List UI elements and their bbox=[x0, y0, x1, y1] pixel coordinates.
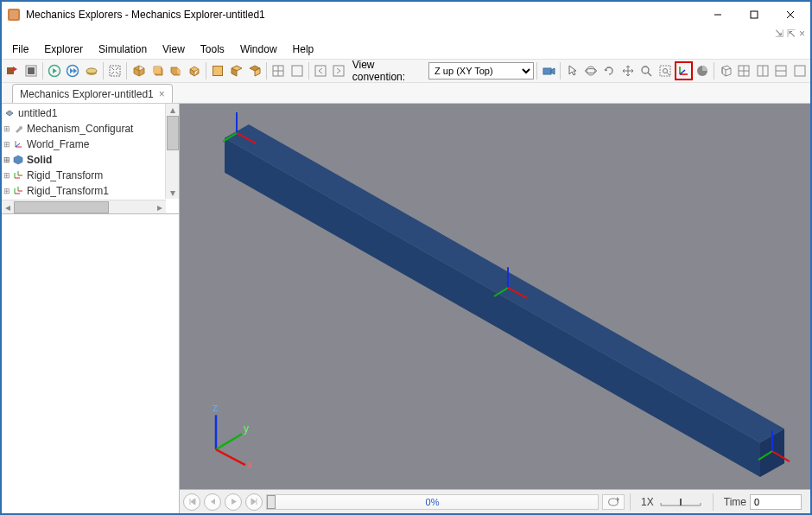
prev-frame-button[interactable] bbox=[204, 493, 221, 511]
separator bbox=[630, 493, 631, 511]
svg-line-44 bbox=[16, 143, 20, 147]
slider-thumb[interactable] bbox=[267, 495, 276, 509]
grid-view-icon[interactable] bbox=[735, 61, 752, 80]
speed-control[interactable]: 1X bbox=[636, 496, 707, 508]
svg-rect-19 bbox=[292, 66, 302, 76]
separator bbox=[266, 62, 267, 79]
record-icon[interactable] bbox=[83, 61, 100, 80]
menu-file[interactable]: File bbox=[5, 41, 35, 57]
tree-node-selected[interactable]: ⊞Solid bbox=[2, 152, 179, 168]
front-view-icon[interactable] bbox=[149, 61, 166, 80]
tree-hscrollbar[interactable]: ◂▸ bbox=[2, 200, 166, 213]
3d-viewport[interactable]: z y x bbox=[180, 104, 810, 489]
svg-point-25 bbox=[642, 67, 649, 73]
zoom-region-icon[interactable] bbox=[657, 61, 674, 80]
full-view-icon[interactable] bbox=[791, 61, 809, 80]
time-slider[interactable]: 0% bbox=[266, 494, 599, 510]
menu-window[interactable]: Window bbox=[233, 41, 284, 57]
svg-line-26 bbox=[648, 73, 651, 76]
tree-node[interactable]: ⊞Mechanism_Configurat bbox=[2, 121, 179, 137]
axis-x-label: x bbox=[247, 459, 252, 471]
axis-y-label: y bbox=[244, 423, 249, 435]
play-button[interactable] bbox=[225, 493, 242, 511]
wireframe-icon[interactable] bbox=[717, 61, 734, 80]
menu-simulation[interactable]: Simulation bbox=[92, 41, 154, 57]
menu-explorer[interactable]: Explorer bbox=[37, 41, 90, 57]
expand-icon[interactable]: ⊞ bbox=[3, 171, 12, 180]
play-icon[interactable] bbox=[46, 61, 63, 80]
pointer-icon[interactable] bbox=[563, 61, 580, 80]
properties-panel bbox=[2, 214, 179, 513]
tree-vscrollbar[interactable]: ▴▾ bbox=[165, 104, 179, 199]
expand-icon[interactable]: ⊞ bbox=[3, 156, 12, 164]
cube-icon bbox=[12, 154, 24, 166]
tab-explorer[interactable]: Mechanics Explorer-untitled1 × bbox=[12, 84, 173, 103]
wrench-icon bbox=[12, 123, 24, 135]
back-view-icon[interactable] bbox=[209, 61, 226, 80]
top-view-icon[interactable] bbox=[186, 61, 203, 80]
dock-close-icon[interactable]: × bbox=[799, 28, 805, 40]
fit-view-icon[interactable] bbox=[106, 61, 124, 80]
tab-label: Mechanics Explorer-untitled1 bbox=[20, 88, 154, 100]
menu-help[interactable]: Help bbox=[286, 41, 321, 57]
loop-button[interactable] bbox=[602, 494, 625, 510]
menubar: File Explorer Simulation View Tools Wind… bbox=[2, 40, 810, 59]
split-h-icon[interactable] bbox=[754, 61, 771, 80]
tree-node[interactable]: ⊞Rigid_Transform1 bbox=[2, 183, 179, 199]
scroll-left-icon[interactable]: ◂ bbox=[2, 201, 14, 213]
toggle-frames-icon[interactable] bbox=[675, 61, 693, 80]
svg-rect-15 bbox=[213, 67, 223, 76]
separator bbox=[42, 62, 43, 79]
tree-label: Rigid_Transform bbox=[27, 169, 103, 181]
close-button[interactable] bbox=[772, 3, 809, 27]
fast-play-icon[interactable] bbox=[64, 61, 81, 80]
tree-node[interactable]: ⊞World_Frame bbox=[2, 137, 179, 152]
svg-line-29 bbox=[667, 73, 669, 75]
scroll-up-icon[interactable]: ▴ bbox=[166, 104, 179, 116]
roll-icon[interactable] bbox=[600, 61, 618, 80]
svg-rect-8 bbox=[28, 67, 35, 74]
tree-node[interactable]: ⊞Rigid_Transform bbox=[2, 168, 179, 183]
tree-root-label: untitled1 bbox=[18, 107, 57, 119]
camera-icon[interactable] bbox=[540, 61, 557, 80]
separator bbox=[103, 62, 104, 79]
prev-icon[interactable] bbox=[312, 61, 329, 80]
side-view-icon[interactable] bbox=[167, 61, 184, 80]
tab-close-icon[interactable]: × bbox=[159, 88, 165, 100]
expand-icon[interactable]: ⊞ bbox=[3, 124, 12, 133]
iso-view-icon[interactable] bbox=[130, 61, 147, 80]
time-input[interactable] bbox=[750, 494, 802, 510]
right-view-icon[interactable] bbox=[227, 61, 244, 80]
scroll-thumb[interactable] bbox=[14, 201, 109, 213]
playback-bar: 0% 1X Time bbox=[180, 489, 810, 513]
tree-root[interactable]: untitled1 bbox=[2, 105, 179, 121]
menu-tools[interactable]: Tools bbox=[193, 41, 232, 57]
model-tree[interactable]: untitled1 ⊞Mechanism_Configurat ⊞World_F… bbox=[2, 104, 179, 214]
menu-view[interactable]: View bbox=[155, 41, 192, 57]
scroll-right-icon[interactable]: ▸ bbox=[154, 201, 166, 213]
first-frame-button[interactable] bbox=[183, 493, 200, 511]
toggle-mass-icon[interactable] bbox=[694, 61, 711, 80]
split-v-icon[interactable] bbox=[772, 61, 790, 80]
orbit-icon[interactable] bbox=[582, 61, 599, 80]
next-frame-button[interactable] bbox=[245, 493, 263, 511]
next-icon[interactable] bbox=[330, 61, 347, 80]
refresh-icon[interactable] bbox=[22, 61, 39, 80]
expand-icon[interactable]: ⊞ bbox=[3, 187, 12, 195]
single-view-icon[interactable] bbox=[289, 61, 306, 80]
minimize-button[interactable] bbox=[700, 3, 736, 27]
dock-expand-icon[interactable]: ⇱ bbox=[787, 28, 796, 40]
zoom-icon[interactable] bbox=[638, 61, 655, 80]
expand-icon[interactable]: ⊞ bbox=[3, 140, 12, 149]
speed-slider[interactable] bbox=[659, 497, 702, 507]
bottom-view-icon[interactable] bbox=[246, 61, 263, 80]
scroll-thumb[interactable] bbox=[167, 116, 179, 150]
maximize-button[interactable] bbox=[736, 3, 772, 27]
four-view-icon[interactable] bbox=[270, 61, 287, 80]
dock-collapse-icon[interactable]: ⇲ bbox=[775, 28, 783, 40]
tree-label: Solid bbox=[27, 154, 52, 166]
scroll-down-icon[interactable]: ▾ bbox=[166, 187, 179, 199]
pan-icon[interactable] bbox=[619, 61, 637, 80]
view-convention-select[interactable]: Z up (XY Top) bbox=[428, 62, 534, 79]
update-model-icon[interactable] bbox=[3, 61, 21, 80]
